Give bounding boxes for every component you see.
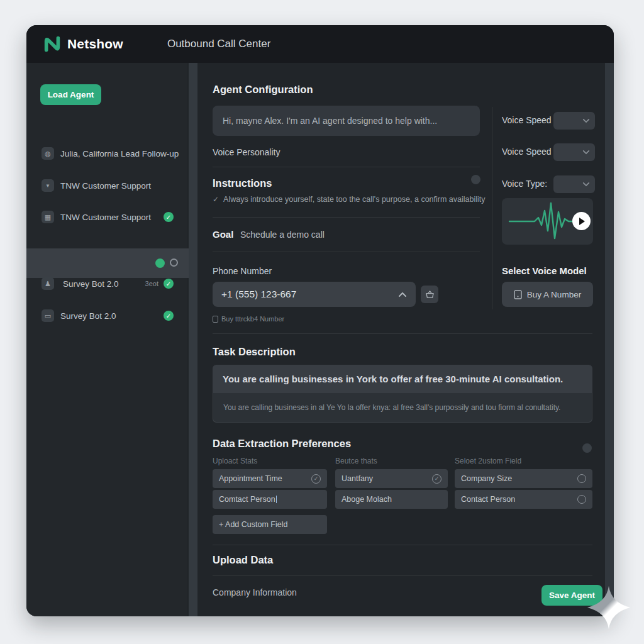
sparkle-cursor-icon [585, 584, 633, 631]
buy-a-number-label: Buy A Number [527, 290, 581, 299]
sidebar-item-label: TNW Customer Support [60, 213, 151, 222]
load-agent-button[interactable]: Load Agent [40, 84, 101, 105]
field-label: Comtact Person [219, 495, 275, 504]
chevron-down-icon [582, 150, 590, 155]
instruction-text: Always introduce yourself, state too the… [223, 195, 485, 204]
field-label: Appointment Time [219, 474, 282, 483]
task-secondary-text[interactable]: You are calling busineses in al Ye Yo la… [213, 393, 592, 423]
brand-name: Netshow [67, 36, 123, 52]
extraction-field-uantfany[interactable]: Uantfany ✓ [335, 469, 448, 488]
agent-configuration-title: Agent Configuration [213, 84, 313, 96]
divider [213, 545, 592, 545]
basket-icon [425, 291, 435, 299]
app-window: Netshow Outbound Call Center Load Agent … [26, 25, 614, 616]
play-icon [579, 218, 585, 225]
check-circle-icon[interactable]: ✓ [432, 474, 441, 484]
buy-note-text: Buy tttrckb4 Number [221, 315, 284, 323]
phone-number-value: +1 (555) 123-667 [221, 289, 296, 300]
task-primary-text[interactable]: You are calling businesses in York to of… [213, 365, 592, 393]
netshow-logo-icon [43, 35, 62, 53]
field-label: Contact Person [461, 495, 515, 504]
funnel-icon: ▼ [42, 179, 54, 192]
green-status-dot [155, 258, 165, 268]
task-description-title: Task Description [213, 346, 296, 358]
extraction-col3-header: Seloet 2ustom Field [455, 457, 521, 465]
divider [213, 575, 592, 576]
upload-data-title: Upload Data [213, 554, 273, 566]
text-caret [276, 496, 277, 503]
chevron-down-icon [582, 182, 590, 187]
instruction-item: ✓ Always introduce yourself, state too t… [213, 195, 486, 204]
extraction-field-appointment-time[interactable]: Appointment Time ✓ [213, 469, 327, 488]
doc-icon [213, 316, 218, 323]
phone-number-select[interactable]: +1 (555) 123-667 [213, 282, 416, 307]
sidebar-item-meta: 3eot [145, 280, 158, 287]
sidebar-scrollbar[interactable] [189, 63, 197, 616]
check-badge: ✓ [164, 279, 174, 289]
sidebar-item-survey-bot-2[interactable]: ▭ Survey Bot 2.0 ✓ [26, 303, 187, 328]
extraction-toggle[interactable] [582, 443, 592, 453]
company-information-label: Company Information [213, 587, 297, 597]
radio-circle-icon[interactable] [577, 495, 586, 504]
sidebar-item-julia[interactable]: ◍ Julia, California Lead Follow-up [26, 141, 187, 166]
voice-speed-label-1: Voice Speed [502, 115, 552, 125]
sidebar-item-label: Julia, California Lead Follow-up [60, 149, 179, 158]
header-bar: Netshow Outbound Call Center [26, 25, 614, 63]
instructions-toggle[interactable] [471, 175, 480, 184]
card-icon: ▭ [42, 309, 54, 322]
sidebar-item-label: Survey Bot 2.0 [60, 311, 116, 321]
phone-card-icon [514, 290, 522, 299]
divider [213, 217, 480, 218]
goal-label: Goal [213, 229, 233, 240]
globe-icon: ◍ [42, 147, 54, 160]
grid-icon: ▦ [42, 211, 54, 223]
voice-type-label: Voice Type: [502, 179, 547, 189]
extraction-col1-header: Uploact Stats [213, 457, 257, 465]
data-extraction-title: Data Extraction Preferences [213, 438, 351, 450]
sidebar-item-tnw-support-1[interactable]: ▼ TNW Customer Support [26, 173, 187, 198]
panel-divider [492, 107, 492, 309]
add-custom-field-button[interactable]: + Add Custom Field [213, 515, 327, 534]
sidebar: Load Agent ◍ Julia, California Lead Foll… [26, 63, 187, 616]
select-voice-model-title: Select Voice Model [502, 265, 587, 276]
check-icon: ✓ [213, 195, 219, 204]
field-label: Aboge Molach [341, 495, 392, 504]
buy-number-note: Buy tttrckb4 Number [213, 315, 284, 323]
divider [213, 252, 480, 252]
play-voice-button[interactable] [572, 212, 591, 230]
voice-speed-dropdown-2[interactable] [553, 143, 595, 161]
check-badge: ✓ [164, 212, 174, 222]
divider [213, 333, 592, 334]
main-scrollbar[interactable] [605, 63, 614, 611]
goal-value: Schedule a demo call [240, 230, 325, 240]
check-circle-icon[interactable]: ✓ [311, 474, 321, 484]
bot-icon: ♟ [42, 277, 54, 290]
check-badge: ✓ [164, 311, 174, 321]
extraction-field-company-size[interactable]: Company Size [455, 469, 592, 488]
phone-number-label: Phone Number [213, 266, 272, 276]
sidebar-item-label: TNW Customer Support [60, 181, 151, 191]
extraction-field-contact-person-1[interactable]: Comtact Person [213, 490, 327, 509]
voice-speed-dropdown-1[interactable] [553, 112, 595, 130]
chevron-up-icon [398, 292, 407, 297]
extraction-col2-header: Beutce thats [335, 457, 377, 465]
brand-logo: Netshow [43, 35, 123, 53]
sidebar-item-survey-bot-1[interactable]: ♟ Survey Bot 2.0 3eot ✓ [26, 271, 187, 296]
field-label: Uantfany [341, 474, 373, 483]
extraction-field-contact-person-2[interactable]: Contact Person [455, 490, 592, 509]
page-title: Outbound Call Center [167, 38, 270, 50]
radio-circle-icon[interactable] [577, 474, 586, 483]
extraction-field-aboge-molach[interactable]: Aboge Molach [335, 490, 448, 509]
divider [213, 167, 480, 167]
hollow-circle-dot [170, 258, 178, 267]
voice-type-dropdown[interactable] [553, 175, 595, 193]
field-label: Company Size [461, 474, 512, 483]
buy-a-number-button[interactable]: Buy A Number [502, 282, 593, 307]
buy-number-icon-button[interactable] [421, 286, 438, 303]
voice-speed-label-2: Voice Speed [502, 147, 552, 157]
sidebar-item-label: Survey Bot 2.0 [63, 279, 119, 289]
sidebar-item-tnw-support-2[interactable]: ▦ TNW Customer Support ✓ [26, 204, 187, 230]
greeting-input[interactable]: Hi, mayne Alex. I'm an AI agent designed… [213, 106, 480, 136]
chevron-down-icon [582, 118, 590, 123]
instructions-title: Instructions [213, 177, 272, 189]
